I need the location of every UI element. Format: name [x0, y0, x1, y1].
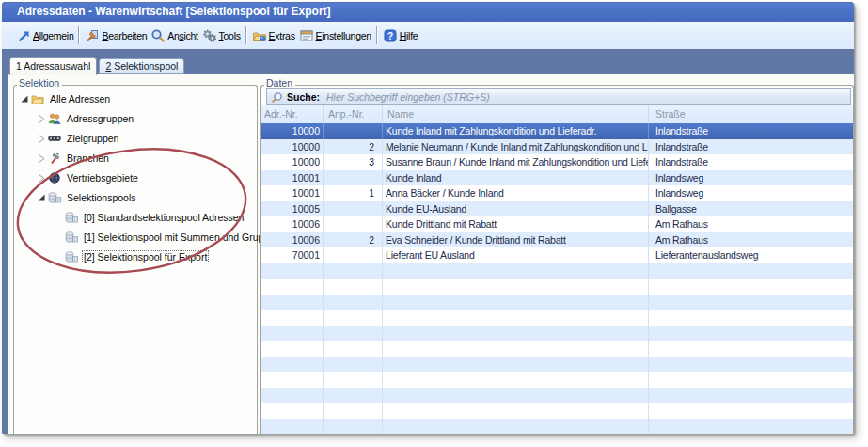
cell-anp[interactable] [324, 201, 383, 217]
toolbar-button-ansicht[interactable]: Ansicht [149, 26, 199, 45]
cell-anp[interactable] [324, 216, 383, 232]
table-row[interactable]: 10006Kunde Drittland mit RabattAm Rathau… [261, 216, 853, 232]
column-header-straße[interactable]: Straße [649, 105, 853, 123]
cell-adr[interactable]: 10006 [261, 216, 324, 232]
cell-strasse[interactable]: Inlandstraße [649, 139, 853, 155]
column-header-adr-nr[interactable]: Adr.-Nr. [261, 105, 324, 123]
tab-selektionspool[interactable]: 2 Selektionspool [99, 58, 184, 74]
cell-strasse[interactable]: Lieferantenauslandsweg [649, 247, 853, 263]
tree-item-label: [2] Selektionspool für Export [82, 250, 209, 263]
toolbar-button-extras[interactable]: Extras [250, 26, 297, 45]
cell-adr [261, 419, 324, 435]
tree-item-adressgruppen[interactable]: Adressgruppen [15, 108, 256, 128]
cell-name[interactable]: Susanne Braun / Kunde Inland mit Zahlung… [383, 154, 649, 170]
cell-strasse [649, 419, 853, 435]
cell-strasse[interactable]: Am Rathaus [649, 232, 853, 248]
title-bar[interactable]: Adressdaten - Warenwirtschaft [Selektion… [2, 2, 854, 22]
extras-folder-icon [252, 28, 267, 43]
tree-item-vertriebsgebiete[interactable]: Vertriebsgebiete [15, 168, 256, 187]
expander-collapsed-icon[interactable] [37, 153, 46, 163]
cell-name[interactable]: Anna Bäcker / Kunde Inland [383, 185, 649, 201]
cell-anp[interactable] [324, 247, 383, 263]
cell-name [383, 263, 649, 279]
expander-expanded-icon[interactable] [20, 94, 29, 104]
cell-strasse[interactable]: Ballgasse [649, 201, 853, 217]
cell-name[interactable]: Eva Schneider / Kunde Drittland mit Raba… [383, 232, 649, 248]
cell-adr[interactable]: 10000 [261, 123, 324, 139]
table-row[interactable]: 10000Kunde Inland mit Zahlungskondition … [261, 123, 853, 139]
table-row[interactable]: 100003Susanne Braun / Kunde Inland mit Z… [261, 154, 853, 170]
cell-name [383, 403, 649, 419]
table-row-empty [261, 310, 853, 326]
cell-strasse[interactable]: Inlandstraße [649, 154, 853, 170]
folder-open-icon [31, 92, 44, 105]
cell-adr[interactable]: 70001 [261, 247, 324, 263]
tree-item-1-selektionspool-mit-summen-und-grupp[interactable]: [1] Selektionspool mit Summen und Grupp [15, 227, 256, 247]
expander-collapsed-icon[interactable] [37, 134, 46, 143]
toolbar-button-einstellungen[interactable]: Einstellungen [297, 26, 373, 45]
cell-adr[interactable]: 10000 [261, 139, 324, 155]
cell-name[interactable]: Kunde EU-Ausland [383, 201, 649, 217]
tree-indent [15, 177, 37, 178]
cell-anp[interactable]: 2 [324, 232, 383, 248]
cell-adr[interactable]: 10006 [261, 232, 324, 248]
tree-item-zielgruppen[interactable]: Zielgruppen [15, 128, 256, 148]
tab-adressauswahl[interactable]: 1 Adressauswahl [9, 57, 97, 75]
table-row-empty [261, 357, 853, 373]
cell-anp[interactable] [324, 123, 383, 139]
cell-anp[interactable] [324, 170, 383, 186]
tree-item-label: Alle Adressen [48, 92, 112, 105]
cell-strasse[interactable]: Am Rathaus [649, 216, 853, 232]
toolbar-button-hilfe[interactable]: ?Hilfe [381, 26, 420, 45]
target-groups-icon [48, 132, 61, 145]
column-header-anp-nr[interactable]: Anp.-Nr. [324, 105, 383, 123]
cell-name[interactable]: Kunde Inland mit Zahlungskondition und L… [383, 123, 649, 139]
column-header-name[interactable]: Name [383, 105, 649, 123]
cell-anp[interactable]: 1 [324, 185, 383, 201]
cell-name[interactable]: Kunde Inland [383, 170, 649, 186]
toolbar-button-allgemein[interactable]: Allgemein [14, 26, 75, 45]
cell-adr[interactable]: 10000 [261, 154, 324, 170]
toolbar-button-tools[interactable]: Tools [200, 26, 243, 45]
tree-item-branchen[interactable]: Branchen [15, 148, 256, 168]
tree-item-label: Adressgruppen [65, 112, 135, 125]
cell-adr [261, 326, 324, 342]
tree-item-selektionspools[interactable]: Selektionspools [15, 187, 256, 207]
tree-item-alle-adressen[interactable]: Alle Adressen [15, 88, 256, 108]
cell-adr[interactable]: 10001 [261, 170, 324, 186]
tree-item-2-selektionspool-für-export[interactable]: [2] Selektionspool für Export [15, 247, 256, 266]
hilfe-help-icon: ? [383, 28, 398, 43]
table-row[interactable]: 10001Kunde InlandInlandsweg [261, 170, 853, 186]
cell-strasse[interactable]: Inlandstraße [649, 123, 853, 139]
cell-name[interactable]: Kunde Drittland mit Rabatt [383, 216, 649, 232]
cell-strasse [649, 295, 853, 311]
search-bar[interactable]: Suche: Hier Suchbegriff eingeben (STRG+S… [266, 88, 851, 105]
table-header: Adr.-Nr.Anp.-Nr.NameStraße [261, 105, 853, 123]
table-row[interactable]: 100062Eva Schneider / Kunde Drittland mi… [261, 232, 853, 248]
cell-anp[interactable]: 3 [324, 154, 383, 170]
table-row[interactable]: 70001Lieferant EU AuslandLieferantenausl… [261, 247, 853, 263]
cell-name[interactable]: Lieferant EU Ausland [383, 247, 649, 263]
cell-strasse[interactable]: Inlandsweg [649, 185, 853, 201]
cell-anp [324, 357, 383, 373]
tree-item-0-standardselektionspool-adressen[interactable]: [0] Standardselektionspool Adressen [15, 207, 256, 227]
table-row[interactable]: 100011Anna Bäcker / Kunde InlandInlandsw… [261, 185, 853, 201]
cell-name[interactable]: Melanie Neumann / Kunde Inland mit Zahlu… [383, 139, 649, 155]
cell-anp[interactable]: 2 [324, 139, 383, 155]
app-window: Adressdaten - Warenwirtschaft [Selektion… [2, 2, 854, 434]
cell-adr [261, 388, 324, 404]
expander-collapsed-icon[interactable] [37, 173, 46, 183]
expander-expanded-icon[interactable] [37, 193, 46, 202]
expander-placeholder [54, 252, 63, 262]
cell-strasse [649, 388, 853, 404]
selektion-groupbox: Selektion Alle AdressenAdressgruppenZiel… [13, 85, 258, 434]
cell-strasse[interactable]: Inlandsweg [649, 170, 853, 186]
toolbar-button-bearbeiten[interactable]: Bearbeiten [83, 26, 149, 45]
cell-adr[interactable]: 10005 [261, 201, 324, 217]
selection-pool-icon [65, 250, 78, 263]
cell-adr[interactable]: 10001 [261, 185, 324, 201]
table-row[interactable]: 10005Kunde EU-AuslandBallgasse [261, 201, 853, 217]
window-title: Adressdaten - Warenwirtschaft [Selektion… [17, 2, 331, 22]
table-row[interactable]: 100002Melanie Neumann / Kunde Inland mit… [261, 139, 853, 155]
expander-collapsed-icon[interactable] [37, 114, 46, 123]
